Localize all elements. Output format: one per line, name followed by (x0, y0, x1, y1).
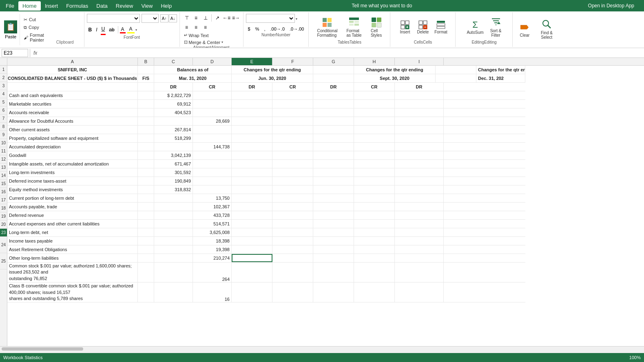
cell-c8[interactable]: 267,814 (154, 126, 193, 134)
cell-a23[interactable]: Other long-term liabilities (7, 254, 138, 262)
orient-button[interactable]: ↗ (213, 14, 222, 22)
cell-g23[interactable] (313, 254, 354, 262)
cell-c18[interactable] (154, 211, 193, 219)
align-center-button[interactable]: ≡ (192, 23, 201, 31)
indent-increase-button[interactable]: ≡→ (232, 14, 241, 22)
cell-b25[interactable] (138, 283, 154, 302)
cell-e18[interactable] (232, 211, 272, 219)
cell-g16[interactable] (313, 194, 354, 202)
cell-i16[interactable] (395, 194, 444, 202)
cell-d22[interactable]: 19,398 (193, 245, 232, 254)
cell-f14[interactable] (272, 177, 313, 185)
copy-button[interactable]: ⧉ Copy (22, 24, 45, 31)
formula-input[interactable] (39, 50, 642, 56)
cell-i19[interactable] (395, 220, 444, 228)
font-color-dropdown-arrow[interactable]: ▾ (135, 28, 137, 32)
cell-f6[interactable] (272, 108, 313, 117)
cell-d10[interactable]: 144,738 (193, 143, 232, 151)
cell-e4[interactable] (232, 91, 272, 99)
align-left-button[interactable]: ≡ (182, 23, 191, 31)
cell-f11[interactable] (272, 151, 313, 159)
cell-i3[interactable]: DR (395, 83, 444, 91)
cell-e14[interactable] (232, 177, 272, 185)
cell-b16[interactable] (138, 194, 154, 202)
font-name-select[interactable] (87, 14, 140, 23)
cell-b1[interactable] (138, 66, 154, 74)
col-header-i[interactable]: I (395, 58, 444, 65)
cell-i1[interactable]: Changes for the qtr en (476, 66, 525, 74)
cell-a1[interactable]: SNIFFER, INC (7, 66, 138, 74)
menu-data[interactable]: Data (92, 1, 111, 11)
cell-h11[interactable] (354, 151, 395, 159)
find-select-button[interactable]: Find &Select (536, 18, 557, 41)
indent-decrease-button[interactable]: ←≡ (222, 14, 231, 22)
cell-g9[interactable] (313, 134, 354, 142)
decrease-decimal-button[interactable]: .00→.0 (268, 25, 287, 33)
cell-a12[interactable]: Intangible assets, net of accumulated am… (7, 160, 138, 168)
comma-button[interactable]: , (262, 25, 267, 33)
tell-me-search[interactable]: Tell me what you want to do (176, 3, 588, 9)
cell-a10[interactable]: Accumulated depreciation (7, 143, 138, 151)
cell-a11[interactable]: Goodwill (7, 151, 138, 159)
cell-a22[interactable]: Asset Retirement Obligations (7, 245, 138, 254)
cell-g15[interactable] (313, 185, 354, 194)
cell-c3[interactable]: DR (154, 83, 193, 91)
cell-f2[interactable] (313, 74, 354, 82)
cell-i12[interactable] (395, 160, 444, 168)
cell-e23[interactable] (232, 254, 272, 262)
cell-i23[interactable] (395, 254, 444, 262)
cell-d12[interactable] (193, 160, 232, 168)
cell-g18[interactable] (313, 211, 354, 219)
cell-d16[interactable]: 13,750 (193, 194, 232, 202)
cell-f18[interactable] (272, 211, 313, 219)
cell-e12[interactable] (232, 160, 272, 168)
menu-review[interactable]: Review (112, 1, 137, 11)
cell-b21[interactable] (138, 237, 154, 245)
cell-f20[interactable] (272, 228, 313, 236)
cell-reference-input[interactable] (2, 49, 28, 57)
cell-f8[interactable] (272, 126, 313, 134)
cell-g22[interactable] (313, 245, 354, 254)
cell-e24[interactable] (232, 263, 272, 282)
cell-h18[interactable] (354, 211, 395, 219)
cell-f25[interactable] (272, 283, 313, 302)
cell-h9[interactable] (354, 134, 395, 142)
cell-d6[interactable] (193, 108, 232, 117)
cell-d24[interactable]: 264 (193, 263, 232, 282)
percent-button[interactable]: % (253, 25, 261, 33)
cell-b15[interactable] (138, 185, 154, 194)
cell-e3[interactable]: DR (232, 83, 272, 91)
cell-b10[interactable] (138, 143, 154, 151)
bold-button[interactable]: B (87, 25, 94, 34)
cell-a15[interactable]: Equity method investments (7, 185, 138, 194)
align-top-button[interactable]: ⊤ (182, 14, 191, 22)
cell-f9[interactable] (272, 134, 313, 142)
cell-g14[interactable] (313, 177, 354, 185)
cut-button[interactable]: ✂ Cut (22, 16, 45, 23)
cell-g4[interactable] (313, 91, 354, 99)
cell-c15[interactable]: 318,832 (154, 185, 193, 194)
cell-d18[interactable]: 433,728 (193, 211, 232, 219)
cell-d25[interactable]: 16 (193, 283, 232, 302)
cell-e8[interactable] (232, 126, 272, 134)
cell-c16[interactable] (154, 194, 193, 202)
cell-e2[interactable]: Jun. 30, 2020 (232, 74, 313, 82)
cell-b13[interactable] (138, 168, 154, 177)
cell-c24[interactable] (154, 263, 193, 282)
cell-c1[interactable]: Balances as of (154, 66, 232, 74)
cell-d23[interactable]: 210,274 (193, 254, 232, 262)
cell-g13[interactable] (313, 168, 354, 177)
cell-b18[interactable] (138, 211, 154, 219)
cell-i7[interactable] (395, 117, 444, 125)
cell-i24[interactable] (395, 263, 444, 282)
cell-a5[interactable]: Marketable securities (7, 100, 138, 108)
font-size-select[interactable] (142, 14, 159, 23)
cell-b8[interactable] (138, 126, 154, 134)
menu-insert[interactable]: Insert (41, 1, 62, 11)
cell-a17[interactable]: Accounts payable, trade (7, 203, 138, 211)
cell-e7[interactable] (232, 117, 272, 125)
cell-d14[interactable] (193, 177, 232, 185)
cell-i13[interactable] (395, 168, 444, 177)
cell-b22[interactable] (138, 245, 154, 254)
cell-f10[interactable] (272, 143, 313, 151)
